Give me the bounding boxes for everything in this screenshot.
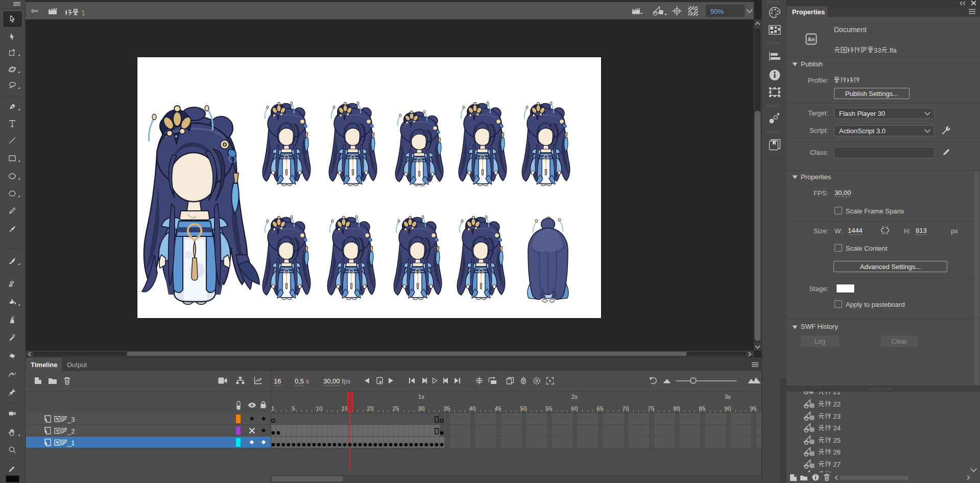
svg-text:An: An bbox=[807, 36, 815, 42]
